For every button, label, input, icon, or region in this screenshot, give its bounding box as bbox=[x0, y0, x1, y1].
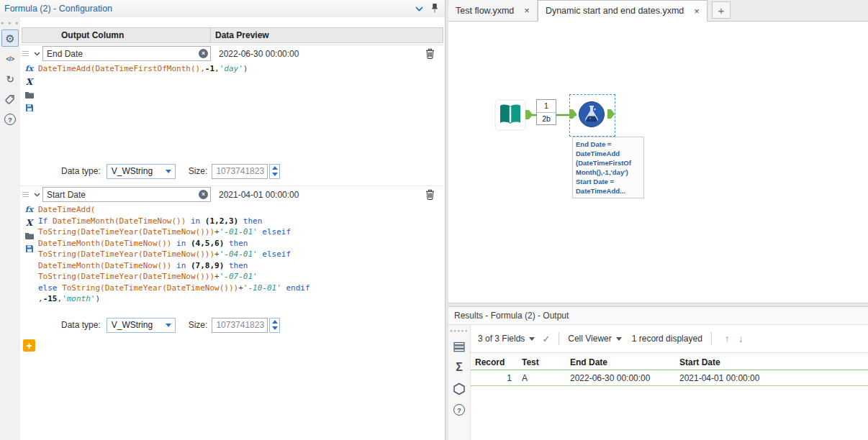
output-column-name-field[interactable]: Start Date × bbox=[42, 187, 211, 202]
expression-editor-tab-icon[interactable]: </> bbox=[2, 51, 18, 67]
expression-code-start-date[interactable]: DateTimeAdd(If DateTimeMonth(DateTimeNow… bbox=[38, 203, 443, 305]
size-input[interactable]: 1073741823 bbox=[212, 164, 268, 179]
annotation-line: DateTimeAdd... bbox=[576, 186, 641, 196]
column-header-record[interactable]: Record bbox=[471, 357, 517, 367]
save-expression-icon[interactable] bbox=[25, 243, 34, 254]
data-type-select[interactable]: V_WString bbox=[107, 164, 176, 179]
help-view-icon[interactable]: ? bbox=[453, 404, 465, 416]
add-expression-button[interactable]: + bbox=[23, 339, 35, 352]
chevron-down-icon bbox=[616, 337, 622, 341]
size-stepper[interactable] bbox=[269, 164, 280, 179]
expression-editor-end-date: fx X DateTimeAdd(DateTimeFirstOfMonth(),… bbox=[20, 62, 443, 162]
tab-dynamic-start-end-dates[interactable]: Dynamic start and end dates.yxmd × bbox=[538, 0, 707, 22]
stepper-down-icon[interactable] bbox=[270, 325, 279, 332]
delete-expression-button[interactable] bbox=[425, 48, 435, 59]
functions-icon[interactable]: fx bbox=[25, 63, 33, 74]
annotation-tab-icon[interactable] bbox=[2, 91, 18, 107]
cell-viewer-dropdown[interactable]: Cell Viewer bbox=[568, 334, 621, 344]
size-input[interactable]: 1073741823 bbox=[212, 318, 268, 333]
stepper-up-icon[interactable] bbox=[270, 165, 279, 172]
code-icon: </> bbox=[6, 55, 14, 63]
drag-handle-dots-icon[interactable]: ● ● ● bbox=[0, 17, 20, 25]
column-header-start-date[interactable]: Start Date bbox=[675, 357, 790, 367]
variables-icon[interactable]: X bbox=[26, 217, 32, 228]
refresh-tab-icon[interactable]: ↻ bbox=[2, 71, 18, 87]
scroll-down-icon[interactable]: ↓ bbox=[738, 333, 743, 344]
trash-icon bbox=[425, 48, 435, 59]
results-titlebar: Results - Formula (2) - Output bbox=[448, 307, 868, 325]
column-header-end-date[interactable]: End Date bbox=[566, 357, 675, 367]
stepper-up-icon[interactable] bbox=[270, 318, 279, 326]
tag-icon bbox=[5, 94, 15, 104]
drag-grip-icon[interactable] bbox=[22, 51, 31, 56]
output-column-name: Start Date bbox=[43, 190, 86, 200]
delete-expression-button[interactable] bbox=[425, 189, 435, 200]
results-content: 3 of 3 Fields ✓ Cell Viewer 1 record dis… bbox=[471, 325, 868, 440]
drag-grip-icon[interactable] bbox=[22, 192, 31, 197]
size-stepper[interactable] bbox=[269, 318, 280, 333]
save-expression-icon[interactable] bbox=[25, 102, 34, 113]
tab-label: Test flow.yxmd bbox=[456, 6, 514, 16]
fields-summary: 3 of 3 Fields bbox=[478, 334, 525, 344]
annotation-line: End Date = bbox=[576, 139, 641, 149]
close-tab-icon[interactable]: × bbox=[694, 6, 700, 16]
formula-field-row-end-date[interactable]: End Date × 2022-06-30 00:00:00 bbox=[20, 45, 443, 62]
cell-viewer-label: Cell Viewer bbox=[568, 334, 611, 344]
output-anchor-icon[interactable] bbox=[607, 109, 615, 121]
data-type-row-start-date: Data type: V_WString Size: 1073741823 bbox=[39, 316, 280, 334]
tool-annotation[interactable]: End Date = DateTimeAdd (DateTimeFirstOf … bbox=[572, 137, 644, 198]
annotation-line: DateTimeAdd bbox=[576, 149, 641, 158]
new-tab-button[interactable]: + bbox=[712, 1, 731, 19]
tab-test-flow[interactable]: Test flow.yxmd × bbox=[448, 0, 538, 21]
data-type-value: V_WString bbox=[107, 166, 166, 176]
expression-code-end-date[interactable]: DateTimeAdd(DateTimeFirstOfMonth(),-1,'d… bbox=[38, 62, 443, 75]
data-preview-header: Data Preview bbox=[210, 27, 443, 43]
trash-icon bbox=[425, 189, 435, 200]
input-data-tool[interactable] bbox=[494, 99, 526, 131]
scroll-up-icon[interactable]: ↑ bbox=[725, 333, 730, 344]
results-toolbar: 3 of 3 Fields ✓ Cell Viewer 1 record dis… bbox=[471, 325, 868, 353]
input-anchor-icon[interactable] bbox=[569, 109, 577, 121]
output-column-name-field[interactable]: End Date × bbox=[42, 46, 211, 61]
workflow-canvas[interactable]: 1 2b bbox=[448, 22, 868, 303]
polygon-view-icon[interactable] bbox=[453, 382, 466, 395]
collapse-expression-chevron-icon[interactable] bbox=[31, 193, 42, 197]
results-panel: Results - Formula (2) - Output ●●●●● Σ bbox=[448, 307, 868, 440]
collapse-expression-chevron-icon[interactable] bbox=[31, 52, 42, 56]
table-view-icon[interactable] bbox=[453, 342, 465, 352]
formula-tool[interactable] bbox=[576, 98, 607, 130]
table-row[interactable]: 1 A 2022-06-30 00:00:00 2021-04-01 00:00… bbox=[471, 370, 868, 386]
close-tab-icon[interactable]: × bbox=[524, 6, 530, 15]
size-label: Size: bbox=[189, 166, 208, 176]
configuration-titlebar: Formula (2) - Configuration bbox=[0, 0, 445, 18]
expression-editor-start-date: fx X DateTimeAdd(If DateTimeMonth(DateTi… bbox=[20, 203, 443, 316]
results-tool-strip: ●●●●● Σ ? bbox=[448, 325, 471, 440]
clear-column-icon[interactable]: × bbox=[199, 49, 208, 58]
formula-config-main: Output Column Data Preview End Date × 20… bbox=[20, 17, 445, 440]
formula-field-row-start-date[interactable]: Start Date × 2021-04-01 00:00:00 bbox=[20, 185, 443, 203]
saved-expressions-folder-icon[interactable] bbox=[24, 89, 35, 100]
size-label: Size: bbox=[189, 320, 208, 330]
drag-handle-dots-icon[interactable]: ●●●●● bbox=[450, 325, 469, 333]
fields-dropdown[interactable]: 3 of 3 Fields bbox=[478, 334, 535, 344]
apply-check-icon[interactable]: ✓ bbox=[542, 334, 550, 344]
results-grid-header: Record Test End Date Start Date bbox=[471, 354, 868, 370]
cell-record: 1 bbox=[471, 373, 517, 383]
output-anchor-icon[interactable] bbox=[525, 110, 533, 122]
configuration-panel-title: Formula (2) - Configuration bbox=[0, 4, 112, 14]
column-header-test[interactable]: Test bbox=[517, 357, 566, 367]
functions-icon[interactable]: fx bbox=[25, 204, 33, 215]
configuration-tab-icon[interactable]: ⚙ bbox=[1, 29, 19, 47]
saved-expressions-folder-icon[interactable] bbox=[24, 230, 35, 241]
configuration-tool-strip: ● ● ● ⚙ </> ↻ ? bbox=[0, 17, 21, 440]
sigma-icon[interactable]: Σ bbox=[456, 361, 463, 374]
data-type-select[interactable]: V_WString bbox=[107, 318, 176, 333]
clear-column-icon[interactable]: × bbox=[199, 190, 208, 199]
connection-label[interactable]: 1 2b bbox=[536, 99, 556, 125]
help-tab-icon[interactable]: ? bbox=[2, 111, 18, 127]
data-preview-value: 2022-06-30 00:00:00 bbox=[219, 49, 299, 59]
collapse-panel-chevron-icon[interactable] bbox=[415, 6, 423, 12]
pin-icon[interactable] bbox=[430, 3, 439, 15]
variables-icon[interactable]: X bbox=[26, 76, 32, 87]
stepper-down-icon[interactable] bbox=[270, 171, 279, 178]
